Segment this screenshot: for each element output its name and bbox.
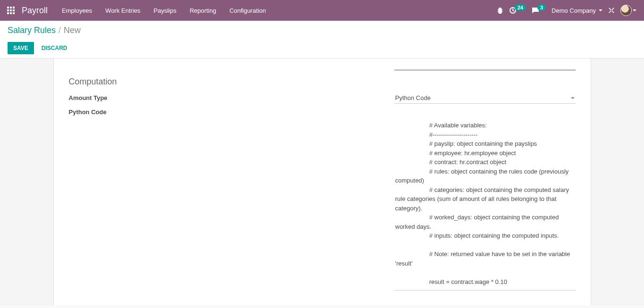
svg-rect-4 [10,9,12,11]
control-buttons: Save Discard [8,42,636,54]
label-python-code: Python Code [69,107,394,116]
menu-configuration[interactable]: Configuration [225,4,270,17]
breadcrumb-current: New [64,25,81,35]
debug-icon[interactable] [497,7,503,14]
breadcrumb-parent[interactable]: Salary Rules [8,25,56,35]
main-menu: Employees Work Entries Payslips Reportin… [57,4,271,17]
row-python-code: Python Code # Available variables: #----… [69,107,576,291]
field-python-code[interactable]: # Available variables: #----------------… [394,118,576,291]
control-panel: Salary Rules / New Save Discard [0,21,644,58]
chevron-down-icon [571,97,575,99]
svg-rect-3 [7,9,9,11]
company-name: Demo Company [552,7,596,14]
section-computation: Computation [69,77,576,87]
messages-icon[interactable]: 3 [532,7,546,14]
app-title[interactable]: Payroll [18,6,57,16]
save-button[interactable]: Save [8,42,34,54]
svg-rect-8 [13,12,15,14]
top-nav: Payroll Employees Work Entries Payslips … [0,0,644,21]
chevron-down-icon [599,9,602,11]
label-amount-type: Amount Type [69,92,394,101]
prev-field-border [394,70,576,70]
messages-badge: 3 [537,4,546,11]
company-switcher[interactable]: Demo Company [552,7,602,14]
svg-rect-7 [10,12,12,14]
breadcrumb-sep: / [59,25,61,35]
form-scroll-area[interactable]: Computation Amount Type Python Code Pyth… [0,58,644,305]
amount-type-value: Python Code [395,94,431,101]
menu-employees[interactable]: Employees [57,4,97,17]
svg-rect-0 [7,7,9,8]
expand-icon[interactable] [608,7,615,14]
avatar [620,5,632,16]
discard-button[interactable]: Discard [36,42,73,54]
row-amount-type: Amount Type Python Code [69,92,576,104]
svg-rect-6 [7,12,9,14]
form-sheet: Computation Amount Type Python Code Pyth… [53,58,591,305]
chevron-down-icon [633,9,636,11]
menu-payslips[interactable]: Payslips [149,4,181,17]
menu-reporting[interactable]: Reporting [185,4,221,17]
user-menu[interactable] [620,5,636,16]
menu-work-entries[interactable]: Work Entries [100,4,145,17]
field-amount-type[interactable]: Python Code [394,92,576,104]
svg-rect-5 [13,9,15,11]
activities-badge: 24 [515,4,526,11]
activities-icon[interactable]: 24 [509,7,526,14]
apps-icon[interactable] [4,3,18,17]
svg-rect-2 [13,7,15,8]
svg-rect-1 [10,7,12,8]
breadcrumb: Salary Rules / New [8,25,636,35]
nav-right: 24 3 Demo Company [497,5,640,16]
